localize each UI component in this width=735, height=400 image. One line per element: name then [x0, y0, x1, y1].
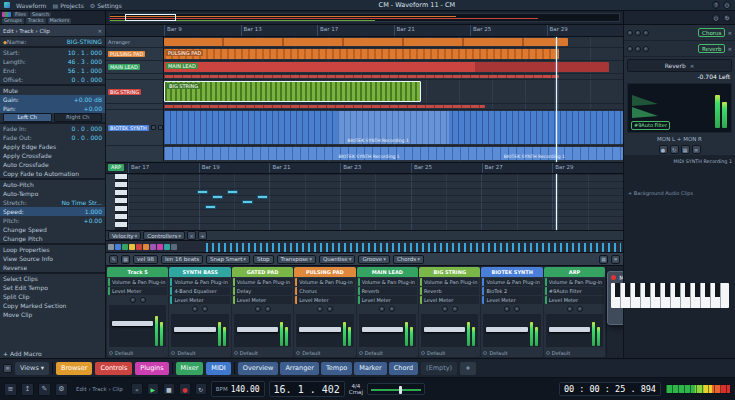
- channel-fader[interactable]: [421, 314, 478, 347]
- velocity-lane-selector[interactable]: Velocity▾: [108, 231, 141, 240]
- plugins-button[interactable]: Plugins: [135, 362, 168, 375]
- master-knob[interactable]: [627, 30, 633, 36]
- track-header-recording-1[interactable]: [106, 74, 164, 79]
- recording-take-strip[interactable]: [164, 75, 559, 78]
- export-icon[interactable]: ↥: [21, 383, 34, 396]
- copy-marked-section-button[interactable]: Copy Marked Section: [0, 301, 105, 310]
- grid-tool-icon[interactable]: ▦: [121, 255, 130, 264]
- master-knob[interactable]: [643, 46, 649, 52]
- right-channel-button[interactable]: Right Ch: [54, 113, 103, 122]
- pan-knob[interactable]: [504, 306, 510, 312]
- plugin-slot[interactable]: Volume & Pan Plug-in: [233, 278, 292, 286]
- ruler-bar-label[interactable]: Bar 13: [241, 25, 318, 36]
- auto-pitch-button[interactable]: Auto-Pitch: [0, 180, 105, 189]
- prop-stretch[interactable]: Stretch:No Time Str...: [0, 198, 105, 207]
- grid-view-icon[interactable]: ▦: [599, 255, 608, 264]
- skip-back-button[interactable]: «: [131, 383, 143, 395]
- main-lead-clip[interactable]: MAIN LEAD: [164, 62, 609, 72]
- piano-keys[interactable]: [115, 174, 127, 230]
- mute-button[interactable]: [151, 125, 156, 130]
- plugin-slot[interactable]: Volume & Pan Plug-in: [170, 278, 229, 286]
- channel-knobs[interactable]: [419, 304, 480, 313]
- channel-fader[interactable]: [483, 314, 540, 347]
- grid-icon[interactable]: ▦: [681, 145, 690, 154]
- remove-lane-button[interactable]: ×: [187, 231, 196, 240]
- channel-fader[interactable]: [234, 314, 291, 347]
- metronome-icon[interactable]: ○: [712, 14, 720, 22]
- prop-pitch[interactable]: Pitch:+0.00: [0, 216, 105, 225]
- channel-knobs[interactable]: [232, 304, 293, 313]
- send-knob[interactable]: [202, 306, 208, 312]
- change-speed-button[interactable]: Change Speed: [0, 225, 105, 234]
- midi-ruler-bar-label[interactable]: Bar 21: [269, 163, 340, 173]
- master-knob[interactable]: [635, 30, 641, 36]
- apply-edge-fades-button[interactable]: Apply Edge Fades: [0, 142, 105, 151]
- midi-note[interactable]: [197, 190, 208, 194]
- plugin-slot[interactable]: Reverb: [358, 287, 417, 295]
- controls-button[interactable]: Controls: [95, 362, 132, 375]
- send-knob[interactable]: [452, 306, 458, 312]
- close-icon[interactable]: ×: [727, 30, 732, 36]
- midi-ruler-bar-label[interactable]: Bar 23: [340, 163, 411, 173]
- channel-name[interactable]: BIOTEK SYNTH: [481, 267, 542, 277]
- play-button[interactable]: ▶: [147, 383, 159, 395]
- arranger-clip[interactable]: [164, 38, 568, 46]
- mixer-channel[interactable]: GATED PAD Volume & Pan Plug-in Delay Lev…: [232, 267, 293, 357]
- plugin-slot[interactable]: Level Meter: [295, 296, 354, 304]
- send-knob[interactable]: [327, 306, 333, 312]
- channel-knobs[interactable]: [544, 304, 605, 313]
- lane-color-chip[interactable]: [150, 244, 156, 250]
- pan-knob[interactable]: [130, 297, 136, 303]
- overview-selection[interactable]: [125, 14, 176, 21]
- track-header-pulsing-pad[interactable]: PULSING PAD: [106, 48, 164, 60]
- prop-end[interactable]: End:56 . 1 . 000: [0, 66, 105, 75]
- channel-knobs[interactable]: [107, 295, 168, 304]
- midi-ruler-bar-label[interactable]: Bar 17: [128, 163, 199, 173]
- channel-preset[interactable]: Default: [544, 348, 605, 357]
- channel-preset[interactable]: Default: [419, 348, 480, 357]
- pan-knob[interactable]: [442, 306, 448, 312]
- send-knob[interactable]: [265, 306, 271, 312]
- menu-settings[interactable]: ⚙Settings: [90, 2, 122, 9]
- snap-button[interactable]: Snap Smart▾: [206, 255, 250, 264]
- midi-playhead[interactable]: [556, 174, 557, 230]
- channel-fader[interactable]: [359, 314, 416, 347]
- arrangement-overview[interactable]: [109, 13, 620, 22]
- plugin-slot[interactable]: Volume & Pan Plug-in: [420, 278, 479, 286]
- track-header-main-lead[interactable]: MAIN LEAD: [106, 61, 164, 73]
- plugin-slot[interactable]: #9Auto Filter: [545, 287, 604, 295]
- app-logo[interactable]: Waveform: [16, 2, 46, 9]
- plugin-slot[interactable]: Delay: [233, 287, 292, 295]
- select-clips-button[interactable]: Select Clips: [0, 274, 105, 283]
- plugin-slot[interactable]: Volume & Pan Plug-in: [108, 278, 167, 286]
- auto-filter-chip[interactable]: #9Auto Filter: [631, 121, 670, 130]
- lane-color-chip[interactable]: [164, 244, 170, 250]
- pan-knob[interactable]: [317, 306, 323, 312]
- send-knob[interactable]: [577, 306, 583, 312]
- view-tab[interactable]: Chord: [389, 362, 418, 375]
- lane-color-chip[interactable]: [129, 244, 135, 250]
- power-icon[interactable]: ○: [723, 1, 731, 9]
- channel-fader[interactable]: [546, 314, 603, 347]
- channel-knobs[interactable]: [481, 304, 542, 313]
- mixer-channel[interactable]: BIOTEK SYNTH Volume & Pan Plug-in BioTek…: [481, 267, 542, 357]
- prop-start[interactable]: Start:10 . 1 . 000: [0, 48, 105, 57]
- fader-handle[interactable]: [174, 327, 215, 332]
- tab-tracks[interactable]: Tracks: [26, 18, 46, 24]
- prop-fade-in[interactable]: Fade In:0 . 0 . 000: [0, 124, 105, 133]
- plugin-slot[interactable]: Level Meter: [420, 296, 479, 304]
- close-icon[interactable]: ×: [690, 63, 695, 69]
- mute-button[interactable]: Mute: [0, 86, 105, 95]
- track-header-biotek-recording[interactable]: [106, 146, 164, 161]
- mixer-channel[interactable]: PULSING PAD Volume & Pan Plug-in Chorus …: [294, 267, 355, 357]
- mixer-channel[interactable]: SYNTH BASS Volume & Pan Plug-in 4-Band E…: [169, 267, 230, 357]
- copy-fade-to-automation-button[interactable]: Copy Fade to Automation: [0, 169, 105, 178]
- settings-icon[interactable]: ⚙: [55, 383, 68, 396]
- split-clip-button[interactable]: Split Clip: [0, 292, 105, 301]
- key-signature[interactable]: Cmaj: [349, 389, 363, 395]
- channel-knobs[interactable]: [169, 304, 230, 313]
- lane-color-chip[interactable]: [122, 244, 128, 250]
- empty-view-tab[interactable]: (Empty): [421, 362, 457, 375]
- prop-pan[interactable]: Pan:+0.00: [0, 104, 105, 113]
- channel-name[interactable]: MAIN LEAD: [357, 267, 418, 277]
